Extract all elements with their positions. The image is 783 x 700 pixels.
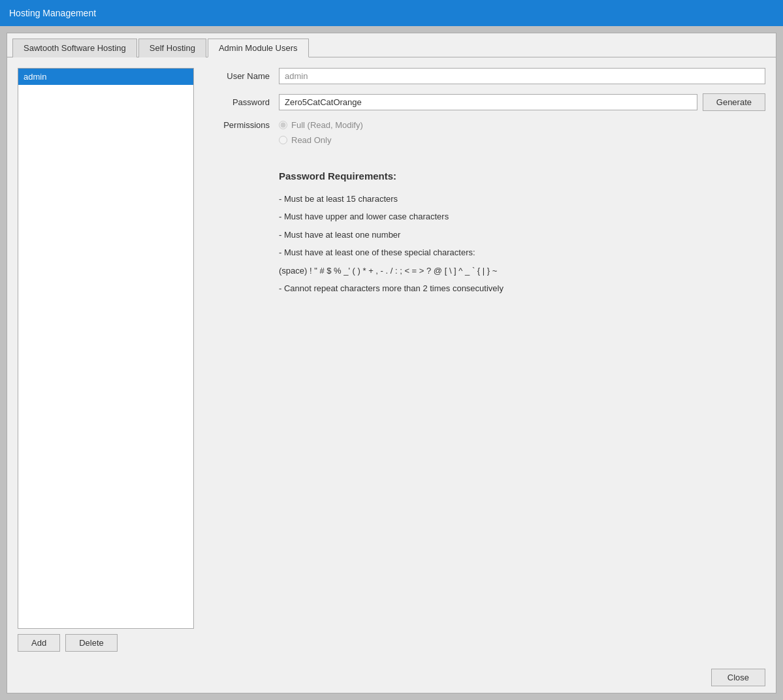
req-line-2: - Must have upper and lower case charact… [279,209,765,224]
permissions-label: Permissions [204,120,270,130]
title-text: Hosting Management [9,8,96,18]
tab-sawtooth-hosting[interactable]: Sawtooth Software Hosting [12,39,137,57]
add-button[interactable]: Add [18,634,60,652]
form-panel: User Name Password Generate Permissions … [204,68,765,652]
password-row: Password Generate [204,93,765,111]
username-label: User Name [204,71,270,81]
user-list-panel: admin Add Delete [18,68,194,652]
generate-button[interactable]: Generate [703,93,765,111]
requirements-list: - Must be at least 15 characters - Must … [279,191,765,296]
password-label: Password [204,97,270,107]
permission-readonly-label: Read Only [291,135,331,145]
password-input-row: Generate [279,93,765,111]
bottom-bar: Close [7,662,776,693]
permission-readonly-option[interactable]: Read Only [279,135,363,145]
permission-full-option[interactable]: Full (Read, Modify) [279,120,363,130]
title-bar: Hosting Management [0,0,783,26]
permission-full-label: Full (Read, Modify) [291,120,363,130]
permissions-row: Permissions Full (Read, Modify) Read Onl… [204,120,765,145]
content-area: admin Add Delete User Name Password Gene… [7,57,776,662]
password-input[interactable] [279,94,697,110]
permissions-options: Full (Read, Modify) Read Only [279,120,363,145]
permission-readonly-radio[interactable] [279,136,287,144]
delete-button[interactable]: Delete [65,634,118,652]
req-line-3: - Must have at least one number [279,227,765,242]
req-line-6: - Cannot repeat characters more than 2 t… [279,281,765,296]
username-row: User Name [204,68,765,84]
main-window: Sawtooth Software Hosting Self Hosting A… [7,33,776,693]
password-requirements: Password Requirements: - Must be at leas… [279,167,765,298]
username-input[interactable] [279,68,765,84]
req-line-5: (space) ! " # $ % _' ( ) * + , - . / : ;… [279,263,765,278]
requirements-title: Password Requirements: [279,167,765,185]
user-list-buttons: Add Delete [18,634,194,652]
tab-self-hosting[interactable]: Self Hosting [138,39,206,57]
list-item[interactable]: admin [18,69,193,85]
tab-admin-module-users[interactable]: Admin Module Users [208,39,309,57]
close-button[interactable]: Close [711,669,765,686]
req-line-1: - Must be at least 15 characters [279,191,765,206]
tab-bar: Sawtooth Software Hosting Self Hosting A… [7,33,776,57]
req-line-4: - Must have at least one of these specia… [279,245,765,260]
permission-full-radio[interactable] [279,121,287,129]
user-list[interactable]: admin [18,68,194,629]
